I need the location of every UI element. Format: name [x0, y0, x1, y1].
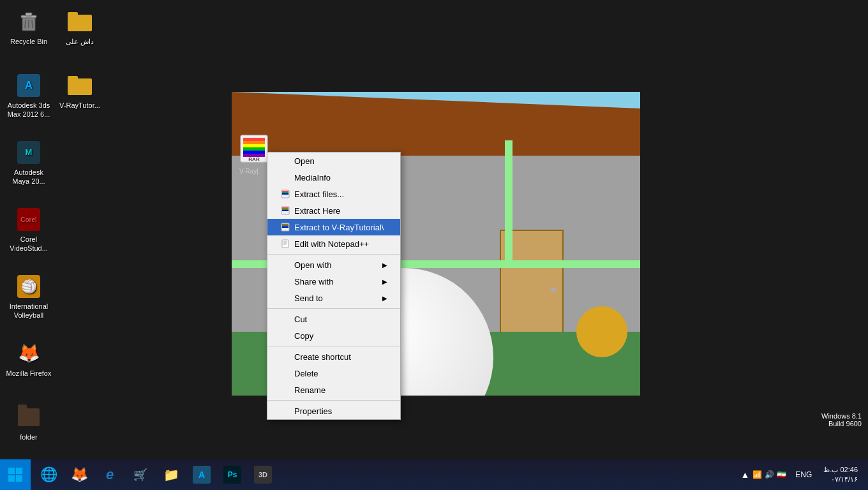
svg-text:RAR: RAR: [248, 156, 260, 162]
vray-file-label: V-Ray|: [239, 168, 258, 175]
menu-item-copy[interactable]: Copy: [267, 327, 400, 344]
taskbar-app-autodesk[interactable]: A: [186, 459, 217, 490]
desktop-icon-label: Corel VideoStud...: [6, 235, 52, 253]
taskbar-app-store[interactable]: 🛒: [125, 459, 156, 490]
desktop-icon-firefox[interactable]: 🦊 Mozilla Firefox: [3, 338, 54, 380]
svg-rect-15: [282, 191, 288, 192]
menu-mediainfo-icon: [280, 172, 290, 182]
menu-rename-icon: [280, 385, 290, 395]
menu-item-open-with[interactable]: Open with ▶: [267, 256, 400, 273]
menu-open-with-arrow: ▶: [382, 262, 387, 269]
menu-create-shortcut-icon: [280, 352, 290, 362]
menu-rename-label: Rename: [294, 385, 387, 395]
tray-flag-icon[interactable]: 🇮🇷: [777, 470, 786, 479]
menu-extract-files-icon: [280, 189, 290, 199]
menu-item-rename[interactable]: Rename: [267, 382, 400, 398]
menu-extract-here-label: Extract Here: [294, 206, 387, 216]
svg-rect-23: [282, 224, 288, 225]
tray-volume-icon[interactable]: 🔊: [765, 470, 774, 479]
desktop-icon-label: Autodesk Maya 20...: [6, 168, 52, 186]
menu-open-label: Open: [294, 156, 387, 166]
svg-line-5: [32, 20, 33, 28]
menu-open-with-icon: [280, 260, 290, 270]
menu-delete-icon: [280, 368, 290, 378]
menu-item-send-to[interactable]: Send to ▶: [267, 290, 400, 306]
desktop-icon-label: Autodesk 3ds Max 2012 6...: [6, 101, 52, 119]
svg-rect-19: [282, 207, 288, 209]
menu-item-extract-to[interactable]: Extract to V-RayTutorial\: [267, 219, 400, 235]
desktop-icon-corel[interactable]: Corel Corel VideoStud...: [3, 204, 54, 256]
system-tray-icons: ▲ 📶 🔊 🇮🇷: [737, 470, 789, 480]
menu-open-icon: [280, 156, 290, 166]
svg-rect-7: [243, 138, 265, 141]
menu-create-shortcut-label: Create shortcut: [294, 352, 387, 362]
desktop-icon-vray-folder[interactable]: V-RayTutor...: [54, 70, 105, 112]
start-button[interactable]: [0, 459, 31, 490]
menu-notepad-icon: [280, 239, 290, 249]
taskbar-app-3d[interactable]: 3D: [248, 459, 278, 490]
taskbar-lang[interactable]: ENG: [793, 470, 814, 479]
menu-share-with-label: Share with: [294, 277, 382, 286]
menu-item-extract-here[interactable]: Extract Here: [267, 202, 400, 219]
menu-properties-icon: [280, 406, 290, 416]
desktop-icon-volleyball[interactable]: 🏐 International Volleyball: [3, 271, 54, 323]
taskbar-clock[interactable]: 02:46 ب.ظ ١۶/٠٧/١۴: [818, 465, 863, 485]
menu-share-with-arrow: ▶: [382, 278, 387, 285]
taskbar-app-ie[interactable]: e: [94, 459, 125, 490]
menu-cut-icon: [280, 314, 290, 324]
desktop-icon-label: Recycle Bin: [10, 37, 47, 46]
taskbar-app-chrome[interactable]: 🌐: [33, 459, 64, 490]
menu-share-with-icon: [280, 276, 290, 286]
taskbar-app-explorer[interactable]: 📁: [156, 459, 186, 490]
desktop-icon-recycle-bin[interactable]: Recycle Bin: [3, 6, 54, 48]
menu-extract-files-label: Extract files...: [294, 189, 387, 199]
menu-item-cut[interactable]: Cut: [267, 311, 400, 327]
menu-item-extract-files[interactable]: Extract files...: [267, 186, 400, 202]
taskbar-app-photoshop[interactable]: Ps: [217, 459, 248, 490]
desktop-icon-maya[interactable]: M Autodesk Maya 20...: [3, 137, 54, 189]
menu-copy-icon: [280, 330, 290, 341]
svg-rect-25: [282, 226, 288, 228]
tray-expand-icon[interactable]: ▲: [740, 470, 750, 480]
menu-delete-label: Delete: [294, 369, 387, 378]
windows-version-text: Windows 8.1 Build 9600: [821, 412, 862, 427]
windows-logo: [8, 468, 22, 482]
tray-network-icon[interactable]: 📶: [752, 470, 762, 479]
desktop-icon-3dsmax[interactable]: A Autodesk 3ds Max 2012 6...: [3, 70, 54, 122]
menu-cut-label: Cut: [294, 315, 387, 324]
svg-rect-24: [282, 225, 288, 226]
menu-item-properties[interactable]: Properties: [267, 403, 400, 419]
menu-edit-notepad-label: Edit with Notepad++: [294, 239, 387, 249]
desktop-icon-dash-ali[interactable]: داش علی: [54, 6, 105, 48]
scene-pipe-v: [505, 140, 513, 268]
menu-separator-3: [267, 346, 400, 346]
svg-rect-26: [282, 240, 288, 248]
svg-rect-9: [243, 144, 265, 147]
taskbar-app-firefox[interactable]: 🦊: [64, 459, 94, 490]
menu-separator-1: [267, 254, 400, 255]
menu-open-with-label: Open with: [294, 260, 382, 270]
menu-item-share-with[interactable]: Share with ▶: [267, 273, 400, 290]
menu-extract-to-label: Extract to V-RayTutorial\: [294, 223, 387, 232]
clock-date: ١۶/٠٧/١۴: [823, 475, 858, 484]
svg-rect-11: [243, 151, 265, 154]
desktop-icon-folder[interactable]: folder: [3, 402, 54, 444]
menu-item-edit-notepad[interactable]: Edit with Notepad++: [267, 235, 400, 252]
svg-rect-20: [282, 209, 288, 210]
taskbar-tray: ▲ 📶 🔊 🇮🇷 ENG 02:46 ب.ظ ١۶/٠٧/١۴: [732, 465, 868, 485]
desktop-icon-label: folder: [20, 433, 38, 442]
taskbar: 🌐 🦊 e 🛒 📁 A Ps 3D: [0, 459, 868, 490]
menu-item-delete[interactable]: Delete: [267, 365, 400, 382]
menu-copy-label: Copy: [294, 331, 387, 341]
menu-item-open[interactable]: Open: [267, 152, 400, 169]
svg-rect-16: [282, 192, 288, 193]
menu-item-mediainfo[interactable]: MediaInfo: [267, 169, 400, 186]
menu-item-create-shortcut[interactable]: Create shortcut: [267, 348, 400, 365]
menu-extract-here-icon: [280, 205, 290, 216]
svg-rect-2: [26, 13, 32, 16]
windows-version-label: Windows 8.1: [821, 412, 862, 420]
svg-line-3: [25, 20, 26, 28]
svg-rect-21: [282, 210, 288, 211]
menu-extract-to-icon: [280, 222, 290, 232]
taskbar-apps: 🌐 🦊 e 🛒 📁 A Ps 3D: [31, 459, 732, 490]
